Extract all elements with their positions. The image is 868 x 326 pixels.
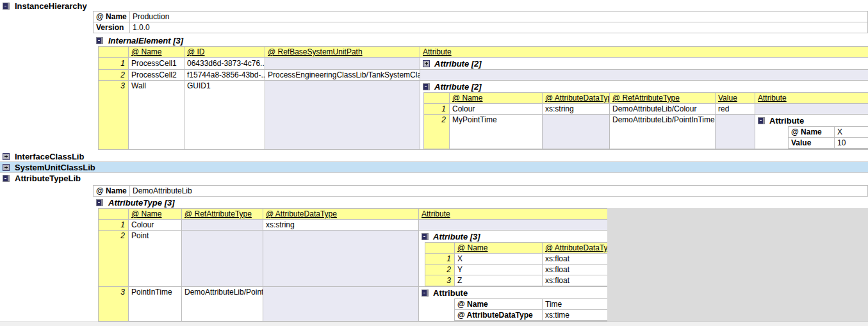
row-number[interactable]: 3 (99, 81, 129, 150)
column-header-attributedatatype[interactable]: @ AttributeDataType (263, 209, 419, 220)
column-header-attributedatatype[interactable]: @ AttributeDataType (543, 93, 610, 104)
cell-attributedatatype[interactable]: xs:float (543, 254, 608, 265)
cell-name[interactable]: Colour (129, 220, 182, 231)
cell-attributedatatype[interactable]: xs:float (543, 275, 608, 286)
tree-node-attribute-type[interactable]: AttributeType [3] (96, 197, 175, 208)
cell-id[interactable]: GUID1 (184, 81, 265, 150)
column-header-name[interactable]: @ Name (455, 243, 543, 254)
property-label-version: Version (94, 22, 130, 33)
cell-id[interactable]: 06433d6d-3873-4c76... (184, 58, 265, 70)
column-header-value[interactable]: Value (716, 93, 755, 104)
column-header-refattributetype[interactable]: @ RefAttributeType (610, 93, 716, 104)
cell-name[interactable]: Y (455, 265, 543, 275)
table-row: 1 X xs:float (425, 254, 608, 265)
cell-attributedatatype (263, 287, 419, 322)
table-row: 1 Colour xs:string DemoAttributeLib/Colo… (424, 104, 868, 115)
tree-node-instance-hierarchy[interactable]: InstanceHierarchy (3, 1, 87, 12)
attribute-group-expanded[interactable]: Attribute [3] (419, 231, 607, 242)
attribute-group-expanded[interactable]: Attribute [2] (420, 81, 868, 92)
property-value-value[interactable]: 10 (835, 138, 868, 149)
property-value-name[interactable]: DemoAttributeLib (130, 186, 868, 197)
cell-attributedatatype[interactable]: xs:string (263, 220, 419, 231)
attribute-group-expanded[interactable]: Attribute (755, 115, 868, 126)
cell-attribute (420, 70, 868, 81)
cell-name[interactable]: Wall (129, 81, 184, 150)
cell-refattributetype[interactable]: DemoAttributeLib/PointInTime (610, 115, 716, 149)
expand-icon[interactable] (423, 60, 430, 67)
point-attributes-table: @ Name @ AttributeDataType 1 X xs:float … (425, 242, 608, 286)
row-number[interactable]: 2 (99, 70, 129, 81)
collapse-icon[interactable] (758, 117, 765, 124)
column-header-attributedatatype[interactable]: @ AttributeDataType (543, 243, 608, 254)
cell-name[interactable]: MyPointTime (450, 115, 543, 149)
cell-name[interactable]: Point (129, 231, 182, 287)
cell-attributedatatype[interactable]: xs:string (543, 104, 610, 115)
row-number[interactable]: 1 (99, 220, 129, 231)
mypointtime-attribute-properties: @ Name X Value 10 (788, 126, 868, 149)
table-row: 2 Point Attribute [3] @ Name @ Attribute… (99, 231, 608, 287)
expand-icon[interactable] (3, 164, 10, 171)
row-number[interactable]: 2 (425, 265, 455, 275)
column-header-refattributetype[interactable]: @ RefAttributeType (182, 209, 263, 220)
column-header-attribute[interactable]: Attribute (419, 209, 608, 220)
cell-attribute (419, 220, 608, 231)
collapse-icon[interactable] (422, 289, 429, 297)
cell-value[interactable]: red (716, 104, 755, 115)
property-value-name[interactable]: X (835, 127, 868, 138)
column-header-name[interactable]: @ Name (129, 209, 182, 220)
cell-attributedatatype[interactable]: xs:float (543, 265, 608, 275)
collapse-icon[interactable] (423, 83, 430, 90)
empty-area (607, 208, 868, 322)
internal-element-table: @ Name @ ID @ RefBaseSystemUnitPath Attr… (98, 46, 868, 150)
pointintime-attribute-properties: @ Name Time @ AttributeDataType xs:time (454, 298, 608, 321)
row-number[interactable]: 1 (425, 254, 455, 265)
cell-refbasesystemunitpath[interactable]: ProcessEngineeringClassLib/TankSystemCla… (265, 70, 420, 81)
cell-name[interactable]: X (455, 254, 543, 265)
tree-node-internal-element[interactable]: InternalElement [3] (96, 35, 183, 46)
row-number[interactable]: 2 (99, 231, 129, 287)
cell-name[interactable]: ProcessCell1 (129, 58, 184, 70)
cell-value (716, 115, 755, 149)
cell-attribute: Attribute @ Name X Value 10 (755, 115, 868, 149)
cell-refattributetype[interactable]: DemoAttributeLib/Colour (610, 104, 716, 115)
tree-node-interface-class-lib[interactable]: InterfaceClassLib (0, 151, 868, 162)
cell-name[interactable]: Colour (450, 104, 543, 115)
column-header-id[interactable]: @ ID (184, 47, 265, 58)
column-header-attribute[interactable]: Attribute (755, 93, 868, 104)
collapse-icon[interactable] (3, 175, 10, 182)
attribute-group-expanded[interactable]: Attribute (419, 287, 607, 298)
collapse-icon[interactable] (96, 37, 103, 44)
collapse-icon[interactable] (3, 3, 10, 10)
cell-refbasesystemunitpath (265, 58, 420, 70)
corner-cell (424, 93, 450, 104)
cell-id[interactable]: f15744a8-3856-43bd-... (184, 70, 265, 81)
row-number[interactable]: 2 (424, 115, 450, 149)
cell-refattributetype[interactable]: DemoAttributeLib/Point (182, 287, 263, 322)
attribute-group-collapsed[interactable]: Attribute [2] (420, 58, 868, 69)
collapse-icon[interactable] (96, 199, 103, 206)
property-value-attributedatatype[interactable]: xs:time (543, 310, 608, 321)
property-value-name[interactable]: Production (130, 12, 868, 22)
collapse-icon[interactable] (422, 233, 429, 240)
column-header-name[interactable]: @ Name (450, 93, 543, 104)
cell-name[interactable]: Z (455, 275, 543, 286)
row-number[interactable]: 3 (99, 287, 129, 322)
cell-name[interactable]: ProcessCell2 (129, 70, 184, 81)
property-value-name[interactable]: Time (543, 299, 608, 310)
property-value-version[interactable]: 1.0.0 (130, 22, 868, 33)
row-number[interactable]: 3 (425, 275, 455, 286)
column-header-refbasesystemunitpath[interactable]: @ RefBaseSystemUnitPath (265, 47, 420, 58)
cell-refattributetype (182, 231, 263, 287)
cell-name[interactable]: PointInTime (129, 287, 182, 322)
cell-refbasesystemunitpath (265, 81, 420, 150)
row-number[interactable]: 1 (99, 58, 129, 70)
expand-icon[interactable] (3, 153, 10, 160)
cell-attribute: Attribute @ Name Time @ AttributeDataTyp… (419, 287, 608, 322)
table-row: 3 PointInTime DemoAttributeLib/Point Att… (99, 287, 608, 322)
column-header-name[interactable]: @ Name (129, 47, 184, 58)
tree-node-system-unit-class-lib[interactable]: SystemUnitClassLib (0, 162, 868, 173)
property-label-name: @ Name (455, 299, 543, 310)
column-header-attribute[interactable]: Attribute (420, 47, 868, 58)
row-number[interactable]: 1 (424, 104, 450, 115)
tree-node-attribute-type-lib[interactable]: AttributeTypeLib (0, 173, 868, 184)
